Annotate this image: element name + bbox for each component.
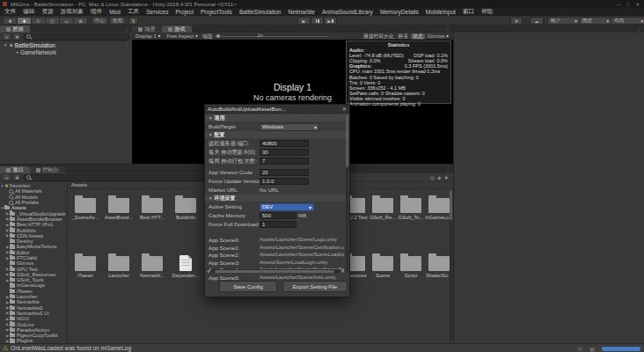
- menu-file[interactable]: 文件: [4, 8, 16, 16]
- tree-item[interactable]: Gizmos: [17, 260, 33, 266]
- port-field[interactable]: 40800: [260, 140, 309, 148]
- weekly-count-field[interactable]: 7: [260, 158, 309, 165]
- gameobject-name[interactable]: GameNetwork: [20, 49, 56, 55]
- scale-slider[interactable]: 1x: [215, 36, 329, 37]
- gear-icon[interactable]: ⚙: [510, 17, 523, 25]
- menu-tools[interactable]: 工具: [128, 8, 139, 16]
- build-target-dropdown[interactable]: Windows▾: [260, 123, 319, 131]
- tree-item[interactable]: PigeonCoopToolkit: [17, 333, 58, 338]
- menu-animasoundlibrary[interactable]: AnimaSoundLibrary: [322, 9, 373, 15]
- create-button[interactable]: +: [2, 173, 11, 181]
- asset-folder[interactable]: AssetBund...: [104, 195, 134, 220]
- tab-game[interactable]: 游戏: [162, 26, 192, 33]
- tree-item[interactable]: BuildInfo: [17, 228, 36, 233]
- tree-item[interactable]: Netmarble: [17, 299, 40, 304]
- panel-menu-icon[interactable]: ⋮: [637, 26, 644, 33]
- scroll-left-icon[interactable]: ◂: [207, 268, 209, 274]
- tree-item[interactable]: NetmarbleS UI: [17, 311, 49, 316]
- tree-item[interactable]: Destiny: [17, 238, 33, 244]
- slider-thumb[interactable]: [216, 34, 220, 38]
- tab-scene[interactable]: 场景: [132, 26, 162, 33]
- layout-dropdown[interactable]: 布局 ▾: [611, 17, 644, 25]
- layers-dropdown[interactable]: 图层 ▾: [579, 17, 612, 25]
- menu-help[interactable]: 帮助: [481, 8, 493, 16]
- force-update-field[interactable]: 1.0.0: [260, 178, 309, 186]
- search-by-type-icon[interactable]: ◎: [430, 174, 435, 180]
- tree-item[interactable]: InGameLogs: [17, 282, 45, 288]
- scroll-right-icon[interactable]: ▸: [341, 268, 344, 274]
- tree-item[interactable]: Launcher: [17, 294, 37, 299]
- asset-folder[interactable]: Best HTT...: [137, 195, 167, 220]
- grid-scrollbar[interactable]: [450, 190, 452, 341]
- stats-button[interactable]: 状态: [411, 33, 425, 40]
- tree-item[interactable]: EasyMovieTexture: [17, 244, 57, 249]
- favorite-item[interactable]: All Prefabs: [15, 200, 39, 205]
- daily-time-field[interactable]: 30: [260, 149, 309, 157]
- favorites-filter-icon[interactable]: ★: [444, 174, 449, 180]
- tree-item[interactable]: GSoft_Resources: [17, 272, 55, 277]
- collab-badge[interactable]: 5: [128, 17, 138, 25]
- assets-root-label[interactable]: Assets: [11, 205, 26, 210]
- menu-gameobject[interactable]: 游戏对象: [61, 8, 84, 16]
- favorites-label[interactable]: Favorites: [10, 183, 30, 188]
- asset-folder[interactable]: Script: [397, 253, 425, 278]
- export-setting-button[interactable]: Export Setting File: [282, 281, 348, 292]
- tree-item[interactable]: NGUI: [17, 316, 29, 321]
- close-button[interactable]: ✕: [635, 2, 640, 7]
- menu-component[interactable]: 组件: [91, 8, 102, 16]
- asset-folder[interactable]: BuildInfo: [171, 195, 201, 220]
- mute-audio-button[interactable]: 静音: [397, 33, 411, 40]
- minimize-button[interactable]: ─: [617, 2, 620, 7]
- tree-item[interactable]: _VisualStudioUpgrade: [17, 211, 66, 216]
- asset-file[interactable]: Dependen...: [171, 253, 201, 278]
- menu-project[interactable]: Project: [175, 9, 194, 15]
- panel-menu-icon[interactable]: ⋮: [445, 26, 453, 33]
- favorite-item[interactable]: All Models: [15, 194, 38, 200]
- asset-folder[interactable]: _SceneAs...: [70, 195, 100, 220]
- play-button[interactable]: ▶: [297, 17, 311, 25]
- transform-tool-icon[interactable]: ⊞: [73, 17, 88, 25]
- menu-assets[interactable]: 资源: [41, 8, 53, 16]
- maximize-on-play-button[interactable]: 播放时最大化: [362, 33, 396, 40]
- menu-netmarble[interactable]: Netmarble: [289, 9, 315, 15]
- force-full-download-field[interactable]: 1: [260, 221, 296, 229]
- tree-item[interactable]: ParadoxNotion: [17, 327, 49, 333]
- tab-hierarchy[interactable]: 层级: [0, 26, 30, 33]
- aspect-dropdown[interactable]: Free Aspect ▾: [165, 33, 199, 40]
- tree-item[interactable]: CDN Assets: [17, 233, 43, 238]
- tree-item[interactable]: OutLine: [17, 322, 34, 327]
- hand-tool-icon[interactable]: ✱: [3, 17, 18, 25]
- tab-console[interactable]: 控制台: [30, 166, 65, 173]
- app-version-field[interactable]: 20: [260, 169, 309, 177]
- menu-window[interactable]: 窗口: [463, 8, 474, 16]
- scene-menu-icon[interactable]: ⋮: [124, 41, 132, 48]
- asset-folder[interactable]: Launcher: [104, 253, 134, 278]
- panel-menu-icon[interactable]: ⋮: [124, 26, 132, 33]
- tree-item[interactable]: FTCValid: [17, 255, 37, 260]
- create-dropdown-icon[interactable]: ▾: [13, 33, 21, 40]
- tree-item[interactable]: AssetBundleBrowser: [17, 216, 62, 222]
- menu-projecttools[interactable]: ProjectTools: [201, 9, 232, 15]
- asset-folder[interactable]: iTween: [70, 253, 100, 278]
- window-scrollbar[interactable]: [346, 114, 348, 273]
- menu-services[interactable]: Services: [146, 9, 168, 15]
- asset-folder[interactable]: Scene: [369, 253, 397, 278]
- favorite-item[interactable]: All Materials: [15, 188, 41, 194]
- scene-name[interactable]: BattleSimulation: [15, 42, 55, 48]
- menu-mod[interactable]: Mod: [109, 9, 121, 15]
- scale-tool-icon[interactable]: ◰: [45, 17, 60, 25]
- foldout-icon[interactable]: ▼: [209, 116, 212, 121]
- panel-menu-icon[interactable]: ⋮: [445, 167, 453, 173]
- menu-edit[interactable]: 编辑: [23, 8, 34, 16]
- close-icon[interactable]: ✕: [342, 106, 347, 112]
- move-tool-icon[interactable]: ✚: [17, 17, 32, 25]
- tree-item[interactable]: Editor: [17, 250, 30, 255]
- search-by-label-icon[interactable]: ◈: [437, 174, 442, 180]
- menu-battlesimulation[interactable]: BattleSimulation: [239, 9, 282, 15]
- breadcrumb[interactable]: Assets: [71, 182, 87, 187]
- rotate-tool-icon[interactable]: ↻: [31, 17, 46, 25]
- gizmos-dropdown[interactable]: Gizmos ▾: [426, 33, 450, 40]
- tree-item[interactable]: GSoft_Tools: [17, 277, 43, 282]
- foldout-icon[interactable]: ▼: [209, 133, 212, 137]
- horizontal-scrollbar[interactable]: ◂ ▸: [207, 268, 344, 274]
